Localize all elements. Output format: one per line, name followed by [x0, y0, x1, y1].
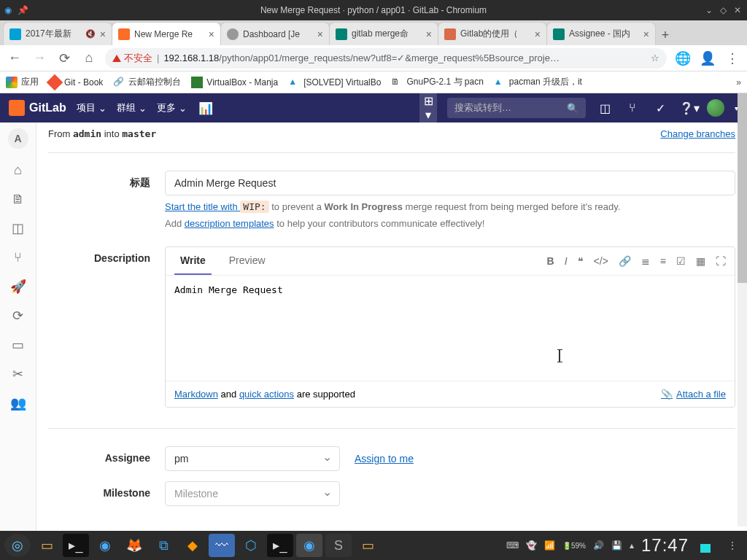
- keyboard-icon[interactable]: ⌨: [506, 540, 519, 551]
- pin-icon[interactable]: 📌: [18, 5, 28, 15]
- tray-arrow-icon[interactable]: ▴: [630, 540, 634, 551]
- forward-button[interactable]: →: [31, 50, 48, 66]
- user-avatar[interactable]: [707, 99, 724, 117]
- merge-requests-icon[interactable]: ⑂: [624, 101, 641, 114]
- files-icon[interactable]: ▭: [34, 534, 60, 557]
- new-tab-button[interactable]: +: [655, 25, 676, 45]
- bookmark-virtualbox[interactable]: VirtualBox - Manja: [191, 77, 278, 88]
- header-menu-projects[interactable]: 项目 ⌄: [77, 101, 107, 114]
- sidebar-repository-icon[interactable]: 🗎: [10, 191, 26, 207]
- browser-tab-4[interactable]: Gitlab的使用（ ×: [438, 22, 547, 45]
- bookmarks-overflow-icon[interactable]: »: [736, 77, 741, 88]
- assignee-select[interactable]: pm: [165, 446, 340, 471]
- disk-icon[interactable]: 💾: [611, 540, 622, 551]
- write-tab[interactable]: Write: [174, 247, 212, 275]
- preview-tab[interactable]: Preview: [223, 247, 271, 275]
- chromium-taskbar-icon[interactable]: ◉: [92, 534, 118, 557]
- description-templates-link[interactable]: description templates: [185, 218, 274, 229]
- hexagon-app-icon[interactable]: ⬡: [238, 534, 264, 557]
- globe-icon[interactable]: 🌐: [674, 50, 692, 66]
- code-icon[interactable]: </>: [594, 255, 608, 267]
- vscode-icon[interactable]: ⧉: [150, 534, 177, 557]
- close-tab-icon[interactable]: ×: [100, 28, 106, 40]
- gitlab-search-input[interactable]: 搜索或转到… 🔍: [447, 98, 586, 118]
- star-bookmark-icon[interactable]: ☆: [651, 52, 659, 63]
- browser-tab-0[interactable]: 2017年最新 🔇 ×: [3, 22, 112, 45]
- gitlab-logo[interactable]: GitLab: [9, 100, 66, 116]
- issues-icon[interactable]: ◫: [596, 101, 614, 115]
- sublime-running-icon[interactable]: S: [325, 534, 352, 557]
- bookmark-gnupg[interactable]: 🗎GnuPG-2.1 与 pacn: [391, 76, 483, 88]
- sidebar-wiki-icon[interactable]: ▭: [10, 337, 26, 353]
- attach-file-link[interactable]: 📎 Attach a file: [661, 389, 726, 400]
- bookmark-pacman[interactable]: ▲pacman 升级后，it: [494, 76, 582, 88]
- kebab-menu-icon[interactable]: ⋮: [724, 50, 741, 66]
- browser-tab-1[interactable]: New Merge Re ×: [112, 22, 221, 45]
- sublime-icon[interactable]: ◆: [179, 534, 206, 557]
- task-list-icon[interactable]: ☑: [676, 255, 686, 267]
- window-minimize-icon[interactable]: ⌄: [705, 5, 713, 15]
- wifi-icon[interactable]: 📶: [544, 540, 555, 551]
- sidebar-home-icon[interactable]: ⌂: [10, 162, 26, 178]
- bold-icon[interactable]: B: [547, 255, 554, 267]
- mute-icon[interactable]: 🔇: [85, 29, 96, 39]
- numbered-list-icon[interactable]: ≡: [660, 255, 666, 267]
- plus-dropdown-icon[interactable]: ⊞ ▾: [419, 91, 437, 125]
- chromium-running-icon[interactable]: ◉: [296, 534, 322, 557]
- todos-icon[interactable]: ✓: [651, 101, 669, 115]
- description-textarea[interactable]: [166, 276, 735, 378]
- fullscreen-icon[interactable]: ⛶: [716, 255, 726, 267]
- close-tab-icon[interactable]: ×: [535, 28, 541, 40]
- monitor-icon[interactable]: 〰: [209, 534, 235, 557]
- sidebar-operations-icon[interactable]: ⟳: [10, 308, 26, 324]
- sidebar-snippets-icon[interactable]: ✂: [10, 366, 26, 382]
- bookmark-apps[interactable]: 应用: [6, 76, 39, 88]
- browser-tab-2[interactable]: Dashboard [Je ×: [220, 22, 330, 45]
- wip-prefix-link[interactable]: Start the title with: [165, 201, 240, 212]
- change-branches-link[interactable]: Change branches: [660, 128, 735, 139]
- bookmark-solved-vb[interactable]: ▲[SOLVED] VirtualBo: [288, 77, 381, 88]
- home-button[interactable]: ⌂: [80, 50, 98, 66]
- close-tab-icon[interactable]: ×: [209, 28, 214, 40]
- clock[interactable]: 17:47: [641, 535, 689, 556]
- milestone-select[interactable]: Milestone: [165, 481, 340, 506]
- scrollbar-thumb[interactable]: [738, 93, 747, 283]
- volume-icon[interactable]: 🔊: [593, 540, 604, 551]
- ghost-icon[interactable]: 👻: [526, 540, 537, 551]
- italic-icon[interactable]: I: [565, 255, 568, 267]
- bookmark-mail-console[interactable]: 🔗云邮箱控制台: [113, 76, 181, 88]
- files-running-icon[interactable]: ▭: [355, 534, 381, 557]
- firefox-icon[interactable]: 🦊: [121, 534, 147, 557]
- help-icon[interactable]: ❔▾: [679, 101, 697, 115]
- close-tab-icon[interactable]: ×: [426, 28, 432, 40]
- browser-tab-3[interactable]: gitlab merge命 ×: [329, 22, 438, 45]
- window-close-icon[interactable]: ✕: [734, 5, 741, 15]
- back-button[interactable]: ←: [6, 50, 23, 66]
- profile-icon[interactable]: 👤: [699, 50, 716, 66]
- sidebar-members-icon[interactable]: 👥: [10, 395, 26, 411]
- terminal-icon-1[interactable]: ▸_: [63, 534, 89, 557]
- title-input[interactable]: [165, 171, 735, 195]
- assign-to-me-link[interactable]: Assign to me: [355, 453, 414, 464]
- sidebar-merge-requests-icon[interactable]: ⑂: [10, 249, 26, 265]
- page-scrollbar[interactable]: [738, 93, 747, 526]
- window-maximize-icon[interactable]: ◇: [720, 5, 727, 15]
- quote-icon[interactable]: ❝: [578, 255, 584, 267]
- quick-actions-link[interactable]: quick actions: [239, 389, 294, 400]
- activity-icon[interactable]: 📊: [197, 101, 214, 115]
- close-tab-icon[interactable]: ×: [317, 28, 323, 40]
- bookmark-git-book[interactable]: Git - Book: [49, 77, 103, 88]
- terminal-icon-2[interactable]: ▸_: [267, 534, 293, 557]
- bullet-list-icon[interactable]: ≣: [641, 255, 650, 267]
- menu-dots-icon[interactable]: ⋮: [728, 540, 737, 551]
- app-launcher-icon[interactable]: ◎: [4, 534, 31, 557]
- reload-button[interactable]: ⟳: [55, 50, 73, 66]
- close-tab-icon[interactable]: ×: [643, 28, 649, 40]
- header-menu-more[interactable]: 更多 ⌄: [157, 101, 187, 114]
- url-input[interactable]: 不安全 | 192.168.1.18/python/app01/merge_re…: [105, 48, 667, 69]
- markdown-link[interactable]: Markdown: [174, 389, 218, 400]
- table-icon[interactable]: ▦: [696, 255, 705, 267]
- link-icon[interactable]: 🔗: [619, 255, 631, 267]
- browser-tab-5[interactable]: Assignee - 国内 ×: [546, 22, 656, 45]
- sidebar-issues-icon[interactable]: ◫: [10, 220, 26, 236]
